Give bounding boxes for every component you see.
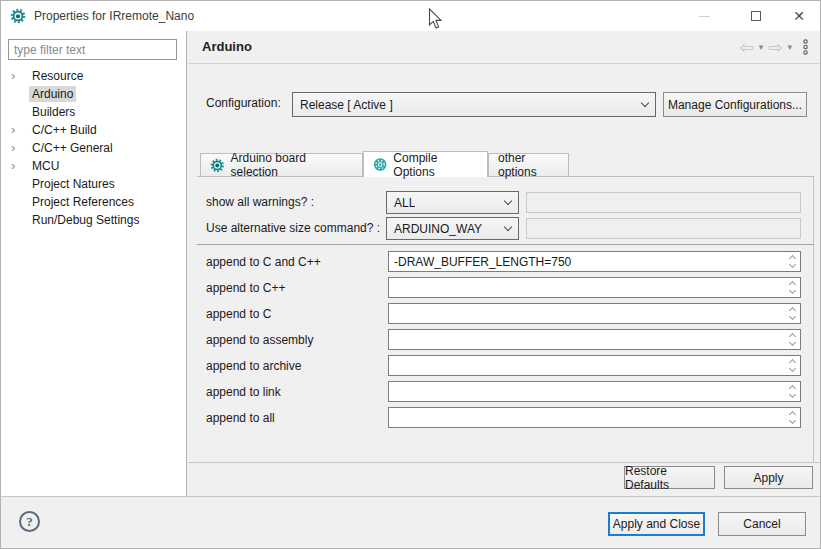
sidebar-item-cpp-build[interactable]: › C/C++ Build (1, 121, 187, 139)
forward-history-dropdown-icon[interactable]: ▾ (785, 42, 794, 52)
append-archive-label: append to archive (206, 355, 301, 377)
append-c-input[interactable] (389, 304, 800, 323)
chevron-down-icon (504, 223, 512, 231)
sidebar-item-arduino[interactable]: Arduino (1, 85, 187, 103)
minimize-button[interactable] (687, 1, 721, 31)
page-buttons-separator (188, 462, 821, 463)
close-button[interactable]: ✕ (782, 1, 816, 31)
configuration-label: Configuration: (206, 91, 281, 115)
spinner-icon[interactable] (786, 279, 799, 296)
apply-and-close-button[interactable]: Apply and Close (608, 512, 705, 536)
filter-input[interactable] (8, 39, 177, 60)
spinner-icon[interactable] (786, 409, 799, 426)
sidebar-item-resource[interactable]: › Resource (1, 67, 187, 85)
append-c-label: append to C (206, 303, 271, 325)
back-icon[interactable]: ⇦ (738, 39, 754, 56)
help-icon: ? (26, 514, 33, 530)
append-assembly-input[interactable] (389, 330, 800, 349)
append-c-cpp-input[interactable] (389, 252, 800, 271)
append-archive-input[interactable] (389, 356, 800, 375)
restore-defaults-button[interactable]: Restore Defaults (624, 466, 715, 489)
append-archive-field (388, 355, 801, 376)
sloeber-gear-icon (210, 158, 225, 173)
spinner-icon[interactable] (786, 331, 799, 348)
manage-configurations-button[interactable]: Manage Configurations... (663, 92, 807, 117)
expand-arrow-icon[interactable]: › (11, 67, 23, 84)
configuration-select[interactable]: Release [ Active ] (292, 92, 656, 117)
append-assembly-label: append to assembly (206, 329, 313, 351)
alternative-size-custom-field (526, 218, 801, 239)
append-assembly-field (388, 329, 801, 350)
append-link-field (388, 381, 801, 402)
append-cpp-input[interactable] (389, 278, 800, 297)
spinner-icon[interactable] (786, 305, 799, 322)
view-menu-icon[interactable] (796, 39, 812, 55)
titlebar: Properties for IRremote_Nano ✕ (1, 1, 820, 31)
tab-other-options[interactable]: other options (488, 153, 569, 176)
append-link-input[interactable] (389, 382, 800, 401)
page-header: Arduino ⇦ ▾ ⇨ ▾ (188, 31, 820, 64)
expand-arrow-icon[interactable]: › (11, 157, 23, 174)
alternative-size-select[interactable]: ARDUINO_WAY (386, 217, 519, 240)
append-all-field (388, 407, 801, 428)
sidebar: › Resource Arduino Builders › C/C++ Buil… (1, 31, 187, 496)
show-all-warnings-custom-field (526, 192, 801, 213)
spinner-icon[interactable] (786, 253, 799, 270)
append-all-label: append to all (206, 407, 275, 429)
append-c-field (388, 303, 801, 324)
append-cpp-field (388, 277, 801, 298)
append-c-cpp-label: append to C and C++ (206, 251, 321, 273)
append-cpp-label: append to C++ (206, 277, 285, 299)
append-link-label: append to link (206, 381, 281, 403)
forward-icon[interactable]: ⇨ (767, 39, 783, 56)
dialog-button-bar: ? Apply and Close Cancel (1, 496, 820, 548)
tab-compile-options[interactable]: Compile Options (363, 151, 488, 177)
sidebar-item-project-natures[interactable]: Project Natures (1, 175, 187, 193)
cancel-button[interactable]: Cancel (718, 512, 806, 536)
help-button[interactable]: ? (19, 511, 40, 532)
sloeber-gear-icon (10, 8, 26, 24)
properties-dialog: Properties for IRremote_Nano ✕ › Resourc… (0, 0, 821, 549)
spinner-icon[interactable] (786, 383, 799, 400)
maximize-button[interactable] (739, 1, 773, 31)
minimize-icon (699, 16, 710, 17)
maximize-icon (751, 11, 761, 21)
sidebar-item-mcu[interactable]: › MCU (1, 157, 187, 175)
properties-tree: › Resource Arduino Builders › C/C++ Buil… (1, 67, 187, 229)
chevron-down-icon (504, 197, 512, 205)
append-c-cpp-field (388, 251, 801, 272)
header-nav: ⇦ ▾ ⇨ ▾ (738, 31, 812, 63)
show-all-warnings-label: show all warnings? : (206, 191, 314, 213)
alternative-size-label: Use alternative size command? : (206, 217, 380, 239)
spinner-icon[interactable] (786, 357, 799, 374)
show-all-warnings-select[interactable]: ALL (386, 191, 519, 214)
append-all-input[interactable] (389, 408, 800, 427)
sidebar-item-run-debug-settings[interactable]: Run/Debug Settings (1, 211, 187, 229)
apply-button[interactable]: Apply (724, 466, 813, 489)
section-separator (197, 244, 814, 245)
content-border (813, 176, 814, 462)
expand-arrow-icon[interactable]: › (11, 121, 23, 138)
close-icon: ✕ (793, 9, 805, 23)
sidebar-item-project-references[interactable]: Project References (1, 193, 187, 211)
sidebar-item-builders[interactable]: Builders (1, 103, 187, 121)
page-title: Arduino (202, 31, 252, 63)
window-title: Properties for IRremote_Nano (34, 1, 194, 31)
chevron-down-icon (641, 99, 649, 107)
expand-arrow-icon[interactable]: › (11, 139, 23, 156)
compile-gear-icon (373, 157, 387, 172)
back-history-dropdown-icon[interactable]: ▾ (757, 42, 766, 52)
sidebar-item-cpp-general[interactable]: › C/C++ General (1, 139, 187, 157)
tab-arduino-board-selection[interactable]: Arduino board selection (200, 153, 363, 176)
